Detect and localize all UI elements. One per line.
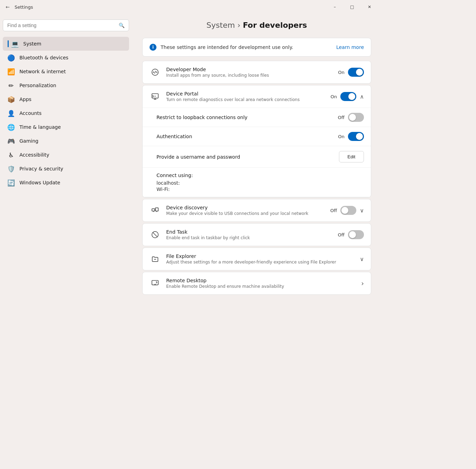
device-portal-toggle[interactable] xyxy=(340,92,356,101)
setting-row-remote-desktop[interactable]: Remote DesktopEnable Remote Desktop and … xyxy=(143,272,371,294)
loopback-toggle[interactable] xyxy=(348,113,364,122)
apps-icon: 📦 xyxy=(8,96,15,103)
sub-row-loopback: Restrict to loopback connections onlyOff xyxy=(143,108,371,127)
search-box[interactable]: 🔍 xyxy=(3,19,129,31)
end-task-text: End TaskEnable end task in taskbar by ri… xyxy=(166,229,332,240)
close-button[interactable]: ✕ xyxy=(362,1,377,12)
svg-rect-3 xyxy=(152,209,155,211)
sidebar-item-network[interactable]: 📶Network & internet xyxy=(3,65,129,78)
device-discovery-text: Device discoveryMake your device visible… xyxy=(166,205,325,216)
connect-label: Connect using: xyxy=(156,173,364,178)
privacy-icon: 🛡️ xyxy=(8,165,15,172)
developer-mode-desc: Install apps from any source, including … xyxy=(166,73,333,78)
file-explorer-title: File Explorer xyxy=(166,253,354,259)
authentication-toggle[interactable] xyxy=(348,132,364,141)
info-icon: i xyxy=(150,44,156,51)
breadcrumb-parent: System xyxy=(206,21,235,30)
sidebar-item-privacy[interactable]: 🛡️Privacy & security xyxy=(3,162,129,176)
sidebar-item-accounts[interactable]: 👤Accounts xyxy=(3,106,129,120)
sidebar-item-label-time: Time & language xyxy=(19,124,61,130)
sidebar-item-gaming[interactable]: 🎮Gaming xyxy=(3,134,129,148)
sidebar-item-label-personalization: Personalization xyxy=(19,83,56,88)
developer-mode-icon xyxy=(150,67,161,78)
bluetooth-icon: 🔵 xyxy=(8,54,15,61)
search-input[interactable] xyxy=(7,23,116,28)
title-bar: ← Settings – □ ✕ xyxy=(0,0,382,14)
end-task-toggle[interactable] xyxy=(348,230,364,239)
sidebar-item-system[interactable]: 💻System xyxy=(3,37,129,51)
setting-card-device-portal: Device PortalTurn on remote diagnostics … xyxy=(142,85,371,198)
username-password-edit-button[interactable]: Edit xyxy=(339,151,364,162)
info-banner: i These settings are intended for develo… xyxy=(142,38,371,57)
sidebar-item-apps[interactable]: 📦Apps xyxy=(3,92,129,106)
sidebar-item-label-update: Windows Update xyxy=(19,180,60,185)
loopback-label: Restrict to loopback connections only xyxy=(156,115,338,120)
developer-mode-state-label: On xyxy=(338,70,345,75)
device-discovery-icon xyxy=(150,205,161,216)
setting-card-remote-desktop: Remote DesktopEnable Remote Desktop and … xyxy=(142,272,371,295)
minimize-button[interactable]: – xyxy=(327,1,343,12)
file-explorer-right: ∨ xyxy=(360,256,364,262)
file-explorer-chevron[interactable]: ∨ xyxy=(360,256,364,262)
remote-desktop-right: › xyxy=(361,279,364,287)
sidebar-item-accessibility[interactable]: ♿Accessibility xyxy=(3,148,129,162)
accessibility-icon: ♿ xyxy=(8,151,15,158)
device-discovery-toggle[interactable] xyxy=(340,206,356,215)
settings-container: Developer ModeInstall apps from any sour… xyxy=(142,61,371,295)
device-portal-desc: Turn on remote diagnostics over local ar… xyxy=(166,97,325,102)
sidebar-item-label-gaming: Gaming xyxy=(19,138,39,144)
setting-card-file-explorer: File ExplorerAdjust these settings for a… xyxy=(142,248,371,270)
setting-card-developer-mode: Developer ModeInstall apps from any sour… xyxy=(142,61,371,84)
setting-row-end-task: End TaskEnable end task in taskbar by ri… xyxy=(143,224,371,246)
remote-desktop-text: Remote DesktopEnable Remote Desktop and … xyxy=(166,278,356,289)
sidebar-item-personalization[interactable]: ✏️Personalization xyxy=(3,78,129,92)
info-banner-text: These settings are intended for developm… xyxy=(161,44,293,50)
end-task-title: End Task xyxy=(166,229,332,235)
file-explorer-text: File ExplorerAdjust these settings for a… xyxy=(166,253,354,265)
learn-more-link[interactable]: Learn more xyxy=(336,44,364,50)
maximize-button[interactable]: □ xyxy=(344,1,360,12)
end-task-right: Off xyxy=(338,230,364,239)
sidebar-item-bluetooth[interactable]: 🔵Bluetooth & devices xyxy=(3,51,129,65)
gaming-icon: 🎮 xyxy=(8,137,15,144)
developer-mode-toggle[interactable] xyxy=(348,68,364,77)
setting-card-end-task: End TaskEnable end task in taskbar by ri… xyxy=(142,223,371,246)
username-password-label: Provide a username and password xyxy=(156,154,339,160)
setting-row-file-explorer[interactable]: File ExplorerAdjust these settings for a… xyxy=(143,248,371,270)
file-explorer-desc: Adjust these settings for a more develop… xyxy=(166,260,354,265)
network-icon: 📶 xyxy=(8,68,15,75)
developer-mode-right: On xyxy=(338,68,364,77)
sidebar-item-label-bluetooth: Bluetooth & devices xyxy=(19,55,68,60)
file-explorer-icon xyxy=(150,253,161,265)
end-task-icon xyxy=(150,229,161,240)
device-discovery-title: Device discovery xyxy=(166,205,325,210)
sidebar-item-update[interactable]: 🔄Windows Update xyxy=(3,176,129,190)
loopback-right: Off xyxy=(338,113,364,122)
time-icon: 🌐 xyxy=(8,124,15,131)
developer-mode-title: Developer Mode xyxy=(166,67,333,72)
update-icon: 🔄 xyxy=(8,179,15,186)
sidebar-item-label-accounts: Accounts xyxy=(19,110,42,116)
personalization-icon: ✏️ xyxy=(8,82,15,89)
setting-card-device-discovery: Device discoveryMake your device visible… xyxy=(142,199,371,222)
remote-desktop-arrow[interactable]: › xyxy=(361,279,364,287)
sidebar-item-label-system: System xyxy=(23,41,41,47)
search-icon: 🔍 xyxy=(119,23,125,28)
title-bar-title: Settings xyxy=(15,5,33,10)
sidebar: 🔍 💻System🔵Bluetooth & devices📶Network & … xyxy=(0,14,132,469)
remote-desktop-title: Remote Desktop xyxy=(166,278,356,283)
setting-row-device-discovery[interactable]: Device discoveryMake your device visible… xyxy=(143,199,371,221)
developer-mode-text: Developer ModeInstall apps from any sour… xyxy=(166,67,333,78)
window-controls: – □ ✕ xyxy=(327,1,377,12)
active-indicator xyxy=(8,40,9,47)
sidebar-item-time[interactable]: 🌐Time & language xyxy=(3,120,129,134)
back-icon[interactable]: ← xyxy=(4,3,11,10)
device-discovery-chevron[interactable]: ∨ xyxy=(360,207,364,214)
device-portal-chevron[interactable]: ∧ xyxy=(360,93,364,100)
svg-line-9 xyxy=(153,233,158,237)
breadcrumb-current: For developers xyxy=(243,21,307,30)
setting-row-device-portal[interactable]: Device PortalTurn on remote diagnostics … xyxy=(143,85,371,108)
system-icon: 💻 xyxy=(11,40,18,47)
authentication-state: On xyxy=(338,134,345,139)
breadcrumb-separator: › xyxy=(237,21,243,30)
